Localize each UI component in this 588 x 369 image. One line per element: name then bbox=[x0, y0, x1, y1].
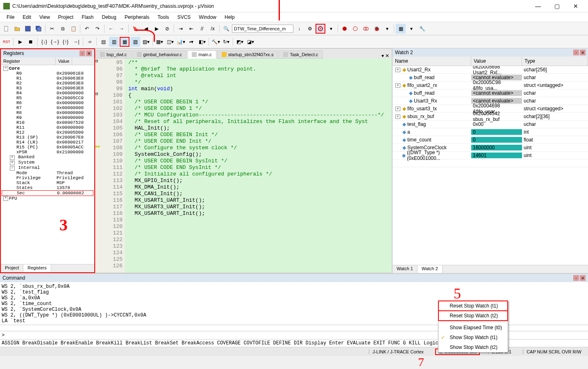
watch-row[interactable]: + ◆ sbus_rx_buf0x20004542 sbus_rx_bufuch… bbox=[393, 113, 588, 121]
toolbox-icon[interactable]: 🔨▾ bbox=[211, 37, 220, 47]
file-tab-gimbal_behaviour.c[interactable]: gimbal_behaviour.c bbox=[132, 50, 187, 59]
menu-peripherals[interactable]: Peripherals bbox=[120, 14, 154, 21]
disasm-window-icon[interactable]: ▥ bbox=[109, 37, 119, 47]
debug-start-stop-button[interactable] bbox=[316, 24, 325, 34]
nav-fwd-icon[interactable]: → bbox=[117, 24, 127, 34]
file-tab-startup_stm32f407xx.s[interactable]: startup_stm32f407xx.s bbox=[217, 50, 278, 59]
ctx-reset-stop-watch-t2-[interactable]: Reset Stop Watch (t2) bbox=[438, 311, 508, 321]
command-window-icon[interactable]: ▤ bbox=[98, 37, 108, 47]
menu-help[interactable]: Help bbox=[220, 14, 239, 21]
nav-back-icon[interactable]: ← bbox=[106, 24, 116, 34]
serial-window-icon[interactable]: ◫▾ bbox=[165, 37, 175, 47]
registers-tab[interactable]: Registers bbox=[23, 264, 51, 272]
system-viewer-icon[interactable]: ◧▾ bbox=[197, 37, 207, 47]
file-tab-bsp_dwt.c[interactable]: bsp_dwt.c bbox=[95, 50, 132, 59]
maximize-button[interactable]: ▢ bbox=[548, 0, 566, 12]
find-combo[interactable]: DTW_Time_Difference_m bbox=[232, 25, 293, 33]
search-settings-icon[interactable]: ⚙ bbox=[305, 24, 315, 34]
step-into-icon[interactable]: {↓} bbox=[39, 37, 49, 47]
ctx-reset-stop-watch-t1-[interactable]: Reset Stop Watch (t1) bbox=[438, 301, 508, 311]
breakpoint-disable-all-icon[interactable] bbox=[361, 24, 371, 34]
cmd-pin-icon[interactable]: ▫ bbox=[573, 275, 579, 281]
col-name: Name bbox=[393, 57, 471, 66]
outdent-icon[interactable]: ⇤ bbox=[186, 24, 196, 34]
uncomment-icon[interactable]: /x bbox=[208, 24, 218, 34]
ctx-show-elapsed-time-t0-[interactable]: Show Elapsed Time (t0) bbox=[438, 323, 508, 333]
memory-window-icon[interactable]: ▩▾ bbox=[154, 37, 164, 47]
menu-project[interactable]: Project bbox=[54, 14, 77, 21]
watch-row[interactable]: + ◆ fifo_usart2_rx0x20005C98 &fifo_usa..… bbox=[393, 82, 588, 89]
menu-edit[interactable]: Edit bbox=[18, 14, 35, 21]
paste-icon[interactable]: 📋 bbox=[68, 24, 78, 34]
watch2-tab[interactable]: Watch 2 bbox=[418, 265, 443, 273]
minimize-button[interactable]: — bbox=[529, 0, 547, 12]
perf-icon[interactable]: ◩▾ bbox=[235, 37, 245, 47]
find-icon[interactable]: 🔍 bbox=[221, 24, 231, 34]
breakpoint-kill-icon[interactable]: 🐞 bbox=[372, 24, 381, 34]
copy-icon[interactable]: ⧉ bbox=[58, 24, 68, 34]
menu-file[interactable]: File bbox=[2, 14, 18, 21]
file-tab-Task_Detect.c[interactable]: Task_Detect.c bbox=[279, 50, 322, 59]
breakpoint-insert-icon[interactable] bbox=[340, 24, 350, 34]
code-view[interactable]: ⊟⊟▶▶ 95969798991001011021031041051061071… bbox=[95, 59, 392, 273]
watch-row[interactable]: ◆ test_flag0x00uchar bbox=[393, 121, 588, 128]
reset-icon[interactable]: RST bbox=[2, 37, 11, 47]
dropdown3-icon[interactable]: ▾ bbox=[406, 24, 416, 34]
save-all-icon[interactable] bbox=[34, 24, 43, 34]
ctx-show-stop-watch-t1-[interactable]: ✓Show Stop Watch (t1) bbox=[438, 333, 508, 342]
coverage-icon[interactable]: ◪▾ bbox=[245, 37, 255, 47]
indent-icon[interactable]: ⇥ bbox=[176, 24, 186, 34]
dropdown-icon[interactable]: ▾ bbox=[326, 24, 336, 34]
stop-icon[interactable]: ⏹ bbox=[26, 37, 36, 47]
config-icon[interactable]: 🔧 bbox=[417, 24, 427, 34]
ctx-show-stop-watch-t2-[interactable]: Show Stop Watch (t2) bbox=[438, 342, 508, 352]
menu-svcs[interactable]: SVCS bbox=[173, 14, 195, 21]
watch-grid[interactable]: + ◆ Usart2_Rx0x20005698 Usart2_Rx[...uch… bbox=[393, 66, 588, 265]
watch-pin-icon[interactable]: ▫ bbox=[573, 50, 579, 55]
show-next-icon[interactable]: ➾ bbox=[85, 37, 95, 47]
update-icon[interactable]: ↻▾ bbox=[221, 37, 231, 47]
cmd-close-icon[interactable]: ✕ bbox=[580, 275, 586, 281]
dropdown2-icon[interactable]: ▾ bbox=[382, 24, 392, 34]
menu-flash[interactable]: Flash bbox=[77, 14, 98, 21]
panel-pin-icon[interactable]: ▫ bbox=[79, 50, 85, 56]
save-icon[interactable] bbox=[23, 24, 33, 34]
analysis-window-icon[interactable]: 📊▾ bbox=[176, 37, 186, 47]
breakpoint-disable-icon[interactable] bbox=[350, 24, 360, 34]
panel-close-icon[interactable]: ✕ bbox=[86, 50, 92, 56]
redo-icon[interactable]: ↷ bbox=[93, 24, 102, 34]
cut-icon[interactable]: ✂ bbox=[47, 24, 57, 34]
registers-tree[interactable]: − CoreR00x200061E8R10x200063E8R20x200063… bbox=[1, 65, 94, 264]
close-button[interactable]: ✕ bbox=[567, 0, 585, 12]
watch-close-icon[interactable]: ✕ bbox=[580, 50, 586, 55]
run-to-cursor-icon[interactable]: →| bbox=[71, 37, 81, 47]
open-file-icon[interactable] bbox=[12, 24, 22, 34]
registers-window-button[interactable]: ▦ bbox=[120, 37, 129, 47]
watch1-tab[interactable]: Watch 1 bbox=[393, 265, 418, 273]
watch-row[interactable]: ◆ ((DWT_Type *) (0xE0001000...14601uint bbox=[393, 152, 588, 159]
step-over-icon[interactable]: {→} bbox=[50, 37, 60, 47]
trace-window-icon[interactable]: ▪▾ bbox=[186, 37, 196, 47]
menu-tools[interactable]: Tools bbox=[154, 14, 173, 21]
undo-icon[interactable]: ↶ bbox=[82, 24, 92, 34]
new-file-icon[interactable] bbox=[2, 24, 11, 34]
window-icon[interactable]: ▦ bbox=[396, 24, 406, 34]
code-content[interactable]: /** * @brief The application entry point… bbox=[125, 59, 392, 273]
search-next-icon[interactable]: ↓ bbox=[294, 24, 304, 34]
watch-row[interactable]: ◆ buff_read<cannot evaluate>uchar bbox=[393, 89, 588, 97]
comment-icon[interactable]: // bbox=[197, 24, 207, 34]
run-icon[interactable]: ▶ bbox=[15, 37, 25, 47]
menu-debug[interactable]: Debug bbox=[98, 14, 120, 21]
step-out-icon[interactable]: {↑} bbox=[61, 37, 70, 47]
project-tab[interactable]: Project bbox=[1, 264, 23, 272]
watch-row[interactable]: ◆ a0int bbox=[393, 128, 588, 136]
bookmark-clear-icon[interactable]: ⊘ bbox=[162, 24, 172, 34]
file-tab-main.c[interactable]: main.c bbox=[187, 50, 216, 59]
command-title: Command bbox=[2, 275, 25, 281]
command-input[interactable] bbox=[7, 332, 76, 338]
watch-row[interactable]: + ◆ Usart2_Rx0x20005698 Usart2_Rx[...uch… bbox=[393, 66, 588, 74]
menu-window[interactable]: Window bbox=[195, 14, 220, 21]
watch-row[interactable]: ◆ time_count0float bbox=[393, 136, 588, 144]
menu-view[interactable]: View bbox=[35, 14, 54, 21]
status-caps: CAP NUM SCRL OVR R/W bbox=[523, 349, 585, 354]
